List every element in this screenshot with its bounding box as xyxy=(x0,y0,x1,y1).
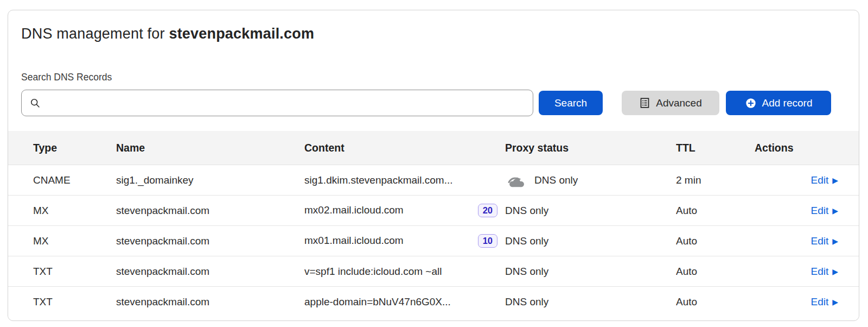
record-name: sig1._domainkey xyxy=(116,174,304,186)
search-input[interactable] xyxy=(46,90,533,116)
table-row: MX stevenpackmail.com mx02.mail.icloud.c… xyxy=(8,195,859,225)
table-row: MX stevenpackmail.com mx01.mail.icloud.c… xyxy=(8,225,859,256)
priority-badge: 20 xyxy=(478,204,497,217)
page-title-prefix: DNS management for xyxy=(21,26,165,42)
advanced-button-label: Advanced xyxy=(656,97,702,109)
record-type: CNAME xyxy=(33,174,116,186)
table-row: TXT stevenpackmail.com v=spf1 include:ic… xyxy=(8,256,859,286)
record-content: v=spf1 include:icloud.com ~all xyxy=(304,266,442,278)
edit-arrow-icon: ▶ xyxy=(832,298,838,306)
table-row: CNAME sig1._domainkey sig1.dkim.stevenpa… xyxy=(8,165,859,195)
dns-management-card: DNS management for stevenpackmail.com Se… xyxy=(8,10,859,321)
record-ttl: Auto xyxy=(676,235,755,247)
record-content-cell: v=spf1 include:icloud.com ~all xyxy=(304,266,505,278)
edit-arrow-icon: ▶ xyxy=(832,177,838,184)
search-icon xyxy=(29,97,41,109)
plus-circle-icon xyxy=(745,97,757,109)
record-ttl: Auto xyxy=(676,266,755,278)
search-label: Search DNS Records xyxy=(21,72,112,83)
table-row: TXT stevenpackmail.com apple-domain=bNuV… xyxy=(8,286,859,317)
record-content: sig1.dkim.stevenpackmail.com... xyxy=(304,174,453,186)
priority-badge: 10 xyxy=(478,234,497,247)
edit-record-link[interactable]: Edit ▶ xyxy=(810,205,838,217)
proxy-status-cell: DNS only xyxy=(505,296,676,308)
actions-cell: Edit ▶ xyxy=(755,205,838,217)
record-type: TXT xyxy=(33,266,116,278)
record-type: MX xyxy=(33,205,116,217)
record-content: mx02.mail.icloud.com xyxy=(304,204,404,216)
column-header-proxy-status: Proxy status xyxy=(505,142,676,154)
record-name: stevenpackmail.com xyxy=(116,235,304,247)
actions-cell: Edit ▶ xyxy=(755,266,838,278)
search-button-label: Search xyxy=(554,97,587,109)
proxy-status-label: DNS only xyxy=(505,235,548,247)
edit-record-link[interactable]: Edit ▶ xyxy=(810,296,838,308)
advanced-button[interactable]: Advanced xyxy=(622,91,719,115)
proxy-status-cell: DNS only xyxy=(505,205,676,217)
edit-arrow-icon: ▶ xyxy=(832,237,838,245)
record-content-cell: sig1.dkim.stevenpackmail.com... xyxy=(304,174,505,186)
proxy-status-cell: DNS only xyxy=(505,172,676,188)
record-ttl: Auto xyxy=(676,205,755,217)
edit-record-link[interactable]: Edit ▶ xyxy=(810,174,838,186)
record-content: mx01.mail.icloud.com xyxy=(304,235,404,247)
record-name: stevenpackmail.com xyxy=(116,266,304,278)
dns-records-table: Type Name Content Proxy status TTL Actio… xyxy=(8,131,859,317)
edit-record-link[interactable]: Edit ▶ xyxy=(810,235,838,247)
record-type: MX xyxy=(33,235,116,247)
add-record-button[interactable]: Add record xyxy=(726,91,831,115)
column-header-type: Type xyxy=(33,142,116,154)
proxy-status-label: DNS only xyxy=(505,296,548,308)
actions-cell: Edit ▶ xyxy=(755,235,838,247)
proxy-status-cell: DNS only xyxy=(505,266,676,278)
record-content-cell: mx01.mail.icloud.com 10 xyxy=(304,234,505,247)
record-content-cell: mx02.mail.icloud.com 20 xyxy=(304,204,505,217)
search-input-container xyxy=(21,90,533,116)
edit-link-label: Edit xyxy=(810,205,828,217)
column-header-content: Content xyxy=(304,142,505,154)
proxy-status-label: DNS only xyxy=(505,205,548,217)
edit-link-label: Edit xyxy=(810,266,828,278)
edit-link-label: Edit xyxy=(810,235,828,247)
actions-cell: Edit ▶ xyxy=(755,174,838,186)
record-content-cell: apple-domain=bNuV47n6G0X... xyxy=(304,296,505,308)
column-header-ttl: TTL xyxy=(676,142,755,154)
dns-only-cloud-icon xyxy=(505,172,528,188)
record-ttl: Auto xyxy=(676,296,755,308)
record-ttl: 2 min xyxy=(676,174,755,186)
column-header-name: Name xyxy=(116,142,304,154)
edit-record-link[interactable]: Edit ▶ xyxy=(810,266,838,278)
record-content: apple-domain=bNuV47n6G0X... xyxy=(304,296,451,308)
edit-link-label: Edit xyxy=(810,174,828,186)
page-title-domain: stevenpackmail.com xyxy=(169,26,314,42)
proxy-status-cell: DNS only xyxy=(505,235,676,247)
record-name: stevenpackmail.com xyxy=(116,296,304,308)
proxy-status-label: DNS only xyxy=(505,266,548,278)
edit-link-label: Edit xyxy=(810,296,828,308)
edit-arrow-icon: ▶ xyxy=(832,207,838,215)
actions-cell: Edit ▶ xyxy=(755,296,838,308)
page-title: DNS management for stevenpackmail.com xyxy=(21,26,314,42)
record-type: TXT xyxy=(33,296,116,308)
proxy-status-label: DNS only xyxy=(534,174,578,186)
table-body: CNAME sig1._domainkey sig1.dkim.stevenpa… xyxy=(8,165,859,317)
search-button[interactable]: Search xyxy=(539,91,603,115)
add-record-button-label: Add record xyxy=(762,97,813,109)
record-name: stevenpackmail.com xyxy=(116,205,304,217)
column-header-actions: Actions xyxy=(755,142,838,154)
table-header-row: Type Name Content Proxy status TTL Actio… xyxy=(8,131,859,165)
edit-arrow-icon: ▶ xyxy=(832,268,838,275)
list-icon xyxy=(639,97,650,109)
